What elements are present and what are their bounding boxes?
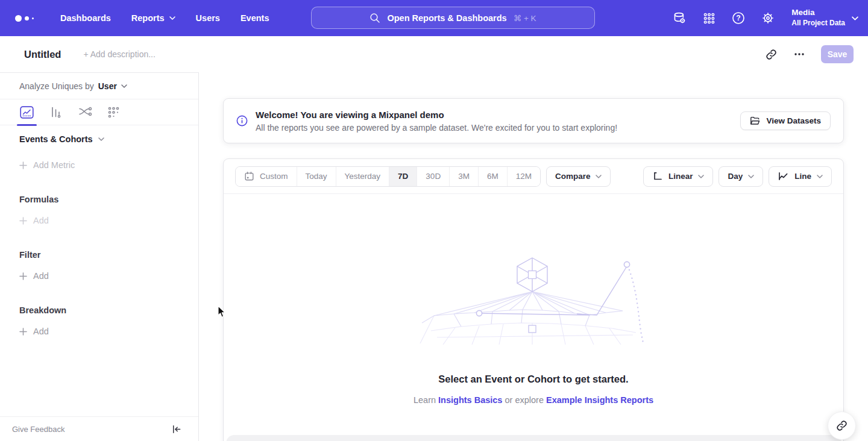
top-nav-right: ? Media All Project Data xyxy=(672,0,858,36)
empty-state-title: Select an Event or Cohort to get started… xyxy=(438,374,628,385)
nav-reports[interactable]: Reports xyxy=(131,13,175,23)
data-management-icon[interactable] xyxy=(672,11,687,25)
add-formula-button[interactable]: Add xyxy=(19,216,198,225)
demo-welcome-banner: Welcome! You are viewing a Mixpanel demo… xyxy=(223,98,844,143)
chevron-down-icon xyxy=(169,16,175,20)
or-explore-text: or explore xyxy=(505,395,543,405)
calendar-icon xyxy=(244,171,254,181)
help-icon[interactable]: ? xyxy=(731,11,746,25)
chart-type-label: Line xyxy=(794,172,811,181)
svg-text:?: ? xyxy=(737,14,741,22)
collapse-sidebar-icon[interactable] xyxy=(171,424,181,434)
nav-reports-label: Reports xyxy=(131,13,165,23)
apps-grid-icon[interactable] xyxy=(702,11,716,25)
project-name: Media xyxy=(791,8,845,18)
formulas-section-title: Formulas xyxy=(19,195,198,204)
primary-nav: Dashboards Reports Users Events xyxy=(60,13,269,23)
nav-users[interactable]: Users xyxy=(196,13,220,23)
chart-type-dropdown[interactable]: Line xyxy=(769,166,832,187)
search-shortcut: ⌘ + K xyxy=(514,13,536,23)
compare-label: Compare xyxy=(555,172,591,181)
insights-chart-card: Custom Today Yesterday 7D 30D 3M 6M 12M … xyxy=(223,158,844,441)
chevron-down-icon xyxy=(817,175,823,178)
link-icon xyxy=(836,420,848,431)
report-description-placeholder[interactable]: + Add description... xyxy=(83,49,155,59)
sidebar-footer: Give Feedback xyxy=(0,416,198,441)
scale-label: Linear xyxy=(668,172,693,181)
info-icon xyxy=(236,115,248,127)
events-cohorts-section-header[interactable]: Events & Cohorts xyxy=(19,134,198,144)
nav-events[interactable]: Events xyxy=(241,13,269,23)
events-cohorts-label: Events & Cohorts xyxy=(19,134,93,144)
granularity-dropdown[interactable]: Day xyxy=(719,166,763,187)
chevron-down-icon xyxy=(98,137,104,141)
analyze-value-label: User xyxy=(98,81,117,91)
share-link-fab[interactable] xyxy=(828,411,856,440)
plus-icon xyxy=(19,217,27,225)
linear-axes-icon xyxy=(652,171,663,181)
give-feedback-link[interactable]: Give Feedback xyxy=(12,425,64,434)
learn-prefix: Learn xyxy=(414,395,436,405)
date-range-7d[interactable]: 7D xyxy=(389,167,417,186)
add-breakdown-button[interactable]: Add xyxy=(19,327,198,336)
date-range-12m[interactable]: 12M xyxy=(508,167,540,186)
filter-section-title: Filter xyxy=(19,250,198,260)
nav-users-label: Users xyxy=(196,13,220,23)
settings-icon[interactable] xyxy=(761,11,775,25)
compare-dropdown[interactable]: Compare xyxy=(546,166,611,187)
add-formula-label: Add xyxy=(33,216,49,225)
insights-line-tab[interactable] xyxy=(19,99,35,125)
date-range-3m[interactable]: 3M xyxy=(450,167,479,186)
date-range-segmented-control: Custom Today Yesterday 7D 30D 3M 6M 12M xyxy=(235,166,541,187)
add-breakdown-label: Add xyxy=(33,327,49,336)
metric-type-tabs xyxy=(0,99,198,125)
date-range-yesterday[interactable]: Yesterday xyxy=(336,167,390,186)
copy-link-icon[interactable] xyxy=(764,48,778,61)
add-metric-button[interactable]: Add Metric xyxy=(19,160,198,170)
chart-toolbar: Custom Today Yesterday 7D 30D 3M 6M 12M … xyxy=(224,159,843,194)
nav-dashboards-label: Dashboards xyxy=(60,13,111,23)
project-info: Media All Project Data xyxy=(791,8,845,28)
main-content: Welcome! You are viewing a Mixpanel demo… xyxy=(199,72,868,441)
chevron-down-icon xyxy=(748,175,754,178)
global-search[interactable]: Open Reports & Dashboards ⌘ + K xyxy=(311,7,595,29)
chart-display-controls: Linear Day Line xyxy=(643,166,832,187)
date-range-6m[interactable]: 6M xyxy=(479,167,508,186)
banner-title: Welcome! You are viewing a Mixpanel demo xyxy=(256,110,617,120)
analyze-uniques-row: Analyze Uniques by User xyxy=(0,73,198,99)
granularity-label: Day xyxy=(728,172,743,181)
add-metric-label: Add Metric xyxy=(33,160,75,170)
flows-tab[interactable] xyxy=(77,99,93,125)
retention-dots-tab[interactable] xyxy=(105,99,122,125)
chevron-down-icon xyxy=(852,16,858,20)
save-button[interactable]: Save xyxy=(821,45,854,63)
bottom-panel-edge[interactable] xyxy=(226,435,841,441)
funnels-bars-tab[interactable] xyxy=(48,99,64,125)
scale-dropdown[interactable]: Linear xyxy=(643,166,714,187)
chevron-down-icon xyxy=(698,175,704,178)
plus-icon xyxy=(19,161,27,169)
chevron-down-icon xyxy=(121,84,127,88)
content-layout: Analyze Uniques by User Events & Cohorts xyxy=(0,72,868,441)
date-range-custom[interactable]: Custom xyxy=(236,167,297,186)
add-filter-label: Add xyxy=(33,271,49,281)
view-datasets-button[interactable]: View Datasets xyxy=(740,111,831,130)
insights-basics-link[interactable]: Insights Basics xyxy=(438,395,502,405)
report-header: Untitled + Add description... Save xyxy=(0,36,868,72)
report-title[interactable]: Untitled xyxy=(24,49,61,60)
query-builder-sidebar: Analyze Uniques by User Events & Cohorts xyxy=(0,72,199,441)
project-selector[interactable]: Media All Project Data xyxy=(791,8,858,28)
line-chart-icon xyxy=(778,171,789,181)
analyze-prefix-label: Analyze Uniques by xyxy=(19,81,94,91)
example-insights-reports-link[interactable]: Example Insights Reports xyxy=(546,395,653,405)
date-range-30d[interactable]: 30D xyxy=(417,167,450,186)
nav-dashboards[interactable]: Dashboards xyxy=(60,13,111,23)
report-header-actions: Save xyxy=(764,45,854,63)
add-filter-button[interactable]: Add xyxy=(19,271,198,281)
more-icon[interactable] xyxy=(793,48,806,61)
view-datasets-label: View Datasets xyxy=(766,116,821,125)
banner-subtitle: All the reports you see are powered by a… xyxy=(256,123,617,133)
mixpanel-logo[interactable] xyxy=(15,15,40,22)
analyze-value-dropdown[interactable]: User xyxy=(98,81,127,91)
date-range-today[interactable]: Today xyxy=(297,167,336,186)
